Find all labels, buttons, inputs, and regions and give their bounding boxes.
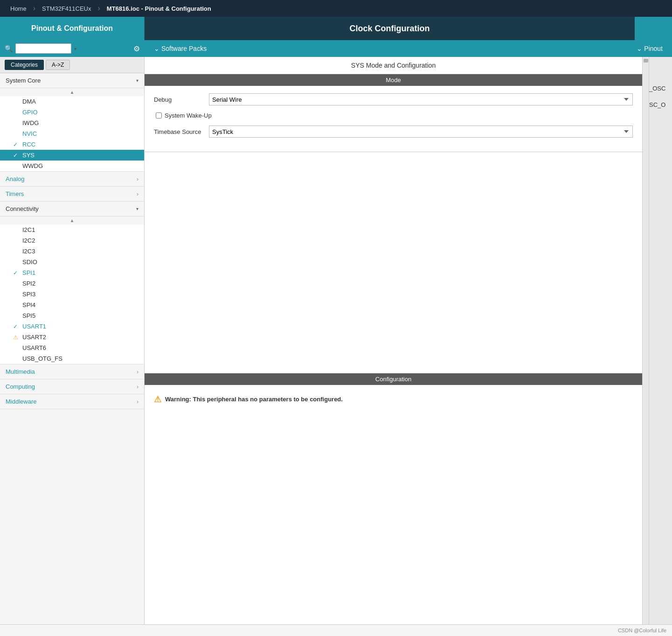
sidebar-item-spi2[interactable]: SPI2 <box>0 278 144 289</box>
config-section-header: Configuration <box>145 373 642 385</box>
tab-clock-configuration[interactable]: Clock Configuration <box>145 17 635 40</box>
section-system-core[interactable]: System Core ▾ <box>0 73 144 88</box>
usart1-check-icon: ✓ <box>13 323 21 330</box>
software-packs-link[interactable]: ⌄ Software Packs <box>154 45 207 52</box>
breadcrumb-sep-2: › <box>98 4 100 13</box>
tab-pinout-configuration[interactable]: Pinout & Configuration <box>0 17 145 40</box>
timebase-row: Timebase Source SysTick TIM1 TIM2 TIM3 T… <box>154 126 633 138</box>
tab-categories[interactable]: Categories <box>5 60 44 70</box>
sidebar: Categories A->Z System Core ▾ ▲ DMA GPIO <box>0 57 145 624</box>
sidebar-item-sys[interactable]: ✓ SYS <box>0 150 144 161</box>
sidebar-item-rcc[interactable]: ✓ RCC <box>0 139 144 150</box>
sub-header-left: 🔍 ▾ ⚙ <box>0 40 145 57</box>
system-core-scroll-up: ▲ <box>0 88 144 96</box>
spi1-check-icon: ✓ <box>13 270 21 276</box>
analog-label: Analog <box>6 175 24 182</box>
multimedia-label: Multimedia <box>6 368 35 375</box>
system-wakeup-checkbox[interactable] <box>156 112 162 119</box>
rcc-check-icon: ✓ <box>13 141 21 148</box>
timebase-select[interactable]: SysTick TIM1 TIM2 TIM3 TIM4 TIM5 <box>209 126 633 138</box>
sidebar-item-dma[interactable]: DMA <box>0 96 144 107</box>
breadcrumb-sep-1: › <box>33 4 35 13</box>
mode-content: Debug Serial Wire JTAG (5 pins) JTAG (4 … <box>145 86 642 152</box>
computing-chevron: › <box>137 384 139 390</box>
tab-extra <box>635 17 672 40</box>
sub-header: 🔍 ▾ ⚙ ⌄ Software Packs ⌄ Pinout <box>0 40 672 57</box>
usart2-warning-icon: ⚠ <box>13 334 21 341</box>
connectivity-label: Connectivity <box>6 205 39 212</box>
tab-header: Pinout & Configuration Clock Configurati… <box>0 17 672 40</box>
sidebar-item-usart1[interactable]: ✓ USART1 <box>0 321 144 332</box>
osc-labels-panel: _OSC SC_O <box>649 57 672 624</box>
connectivity-scroll-up: ▲ <box>0 217 144 224</box>
system-core-chevron: ▾ <box>136 78 139 83</box>
sidebar-item-spi1[interactable]: ✓ SPI1 <box>0 267 144 278</box>
sidebar-item-i2c1[interactable]: I2C1 <box>0 224 144 235</box>
warning-triangle-icon: ⚠ <box>154 394 161 405</box>
right-panel: SYS Mode and Configuration Mode Debug Se… <box>145 57 642 624</box>
sidebar-item-sdio[interactable]: SDIO <box>0 257 144 267</box>
osc-label-1: _OSC <box>649 85 672 92</box>
sidebar-item-usb-otg-fs[interactable]: USB_OTG_FS <box>0 353 144 364</box>
sidebar-item-spi3[interactable]: SPI3 <box>0 289 144 300</box>
footer-text: CSDN @Colorful Life <box>618 628 666 633</box>
system-wakeup-row: System Wake-Up <box>154 112 633 119</box>
section-connectivity[interactable]: Connectivity ▾ <box>0 202 144 217</box>
breadcrumb-current: MT6816.ioc - Pinout & Configuration <box>101 0 217 17</box>
search-icon: 🔍 <box>5 45 13 52</box>
section-analog[interactable]: Analog › <box>0 172 144 187</box>
timers-label: Timers <box>6 190 24 197</box>
right-scrollbar <box>642 57 649 624</box>
sidebar-item-gpio[interactable]: GPIO <box>0 107 144 118</box>
section-computing[interactable]: Computing › <box>0 379 144 394</box>
timebase-label: Timebase Source <box>154 128 205 135</box>
section-middleware[interactable]: Middleware › <box>0 394 144 409</box>
mode-spacer <box>145 152 642 373</box>
sidebar-item-spi4[interactable]: SPI4 <box>0 300 144 310</box>
sys-check-icon: ✓ <box>13 152 21 159</box>
sidebar-item-i2c2[interactable]: I2C2 <box>0 235 144 246</box>
config-content: ⚠ Warning: This peripheral has no parame… <box>145 385 642 625</box>
sidebar-item-usart2[interactable]: ⚠ USART2 <box>0 332 144 342</box>
system-core-items: DMA GPIO IWDG NVIC ✓ RCC <box>0 96 144 172</box>
panel-title: SYS Mode and Configuration <box>145 57 642 74</box>
content-area: Categories A->Z System Core ▾ ▲ DMA GPIO <box>0 57 672 624</box>
connectivity-items: I2C1 I2C2 I2C3 SDIO ✓ SPI1 <box>0 224 144 364</box>
sidebar-item-i2c3[interactable]: I2C3 <box>0 246 144 257</box>
pinout-link[interactable]: ⌄ Pinout <box>637 45 663 52</box>
sidebar-item-iwdg[interactable]: IWDG <box>0 118 144 128</box>
sidebar-item-nvic[interactable]: NVIC <box>0 128 144 139</box>
sidebar-item-usart6[interactable]: USART6 <box>0 342 144 353</box>
category-tabs-row: Categories A->Z <box>0 57 144 73</box>
breadcrumb-home[interactable]: Home <box>5 0 32 17</box>
middleware-chevron: › <box>137 398 139 405</box>
breadcrumb-bar: Home › STM32F411CEUx › MT6816.ioc - Pino… <box>0 0 672 17</box>
scrollbar-thumb[interactable] <box>644 59 648 63</box>
gear-icon[interactable]: ⚙ <box>133 44 140 53</box>
multimedia-chevron: › <box>137 369 139 375</box>
middleware-label: Middleware <box>6 398 36 405</box>
osc-label-2: SC_O <box>649 101 672 108</box>
debug-select[interactable]: Serial Wire JTAG (5 pins) JTAG (4 pins) … <box>209 93 633 105</box>
section-multimedia[interactable]: Multimedia › <box>0 364 144 379</box>
timers-chevron: › <box>137 191 139 197</box>
analog-chevron: › <box>137 176 139 182</box>
connectivity-chevron: ▾ <box>136 206 139 211</box>
computing-label: Computing <box>6 383 35 390</box>
sidebar-item-spi5[interactable]: SPI5 <box>0 310 144 321</box>
warning-box: ⚠ Warning: This peripheral has no parame… <box>154 394 633 405</box>
tab-a-to-z[interactable]: A->Z <box>46 60 70 70</box>
footer: CSDN @Colorful Life <box>0 624 672 636</box>
section-timers[interactable]: Timers › <box>0 187 144 202</box>
search-dropdown-arrow[interactable]: ▾ <box>74 46 76 51</box>
sidebar-item-wwdg[interactable]: WWDG <box>0 161 144 171</box>
mode-section-header: Mode <box>145 74 642 86</box>
system-core-label: System Core <box>6 77 41 84</box>
debug-row: Debug Serial Wire JTAG (5 pins) JTAG (4 … <box>154 93 633 105</box>
search-input[interactable] <box>15 43 71 54</box>
breadcrumb-mcu[interactable]: STM32F411CEUx <box>36 0 97 17</box>
system-wakeup-label: System Wake-Up <box>165 112 212 119</box>
debug-label: Debug <box>154 96 205 103</box>
sub-header-right: ⌄ Software Packs ⌄ Pinout <box>145 40 672 57</box>
